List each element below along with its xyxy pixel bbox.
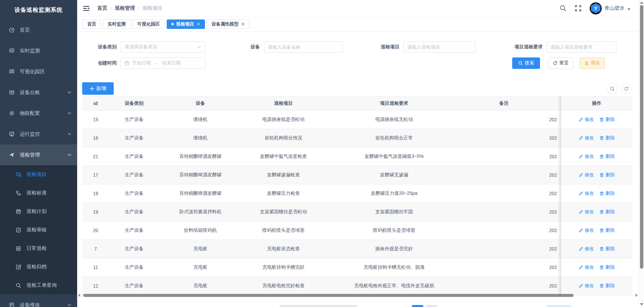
cell-operations: 修改删除 (561, 221, 632, 239)
sidebar-item-iot-config[interactable]: 物联配置 (0, 103, 77, 124)
breadcrumb-item-inspection-management[interactable]: 巡检管理 (115, 5, 135, 11)
breadcrumb-item-home[interactable]: 首页 (97, 5, 107, 11)
search-icon[interactable] (559, 5, 567, 12)
pagination-page-partial[interactable] (426, 305, 437, 307)
tab-visual-park[interactable]: 可视化园区 (132, 19, 165, 29)
tab-label: 可视化园区 (137, 21, 160, 27)
vertical-scrollbar-thumb[interactable] (640, 5, 643, 269)
sidebar-item-inspection-audit[interactable]: 巡检审核 (0, 221, 77, 239)
edit-button[interactable]: 修改 (579, 283, 594, 289)
delete-button[interactable]: 删除 (599, 117, 615, 123)
main-area: 首页 / 巡检管理 / 巡检项目 Y (77, 0, 639, 307)
sidebar-item-inspection-plan[interactable]: 巡检计划 (0, 202, 77, 221)
cell-category: 生产设备 (109, 129, 159, 147)
horizontal-scrollbar-thumb[interactable] (83, 294, 574, 297)
fullscreen-icon[interactable] (575, 5, 582, 12)
scroll-left-arrow-icon[interactable] (78, 294, 80, 297)
column-header-requirement: 项目巡检要求 (325, 97, 463, 110)
table-row: 19生产设备卧式滚筒酱菜拌料机支架紧固螺丝是否松动支架紧固螺丝牢固202修改删除 (82, 203, 632, 221)
search-button[interactable]: 搜索 (512, 57, 540, 69)
table-refresh-button[interactable] (621, 83, 632, 94)
table-row: 11生产设备充电桩充电桩挂钩卡槽完好充电桩挂钩卡槽无松动、脱落202修改删除 (82, 258, 632, 277)
pagination-jump-partial[interactable] (546, 305, 572, 307)
edit-button[interactable]: 修改 (579, 154, 594, 160)
cell-id: 21 (82, 147, 109, 166)
delete-button[interactable]: 删除 (599, 172, 615, 178)
send-icon (9, 152, 15, 158)
delete-button[interactable]: 删除 (599, 227, 615, 233)
close-icon[interactable] (241, 22, 245, 26)
delete-button[interactable]: 删除 (599, 154, 615, 160)
edit-button[interactable]: 修改 (579, 246, 594, 252)
export-button[interactable]: 导出 (580, 57, 605, 69)
edit-button[interactable]: 修改 (579, 227, 594, 233)
sidebar-item-inspection-workorder-query[interactable]: 巡检工单查询 (0, 276, 77, 295)
sidebar-item-device-maintenance[interactable]: 设备维保 (0, 295, 77, 307)
filter-requirement-label: 项目巡检要求 (506, 44, 547, 50)
reset-button-label: 重置 (559, 60, 569, 66)
scroll-up-arrow-icon[interactable] (640, 2, 643, 4)
pagination-active-page-partial[interactable] (412, 305, 423, 307)
sidebar-item-operation-monitor[interactable]: 运行监控 (0, 124, 77, 144)
sidebar-item-visual-park[interactable]: 可视化园区 (0, 61, 77, 82)
delete-button[interactable]: 删除 (599, 246, 615, 252)
delete-button-label: 删除 (605, 135, 615, 141)
user-menu[interactable]: Y 青山碧水 (590, 2, 631, 14)
edit-button[interactable]: 修改 (579, 135, 594, 141)
scroll-right-arrow-icon[interactable] (636, 294, 638, 297)
device-input[interactable] (268, 44, 339, 50)
sidebar-item-realtime-monitor[interactable]: 实时监测 (0, 40, 77, 61)
edit-button[interactable]: 修改 (579, 172, 594, 178)
sidebar-item-inspection-archive[interactable]: 巡检归档 (0, 258, 77, 276)
sidebar-item-daily-inspection[interactable]: 日常巡检 (0, 239, 77, 258)
tab-realtime-monitor[interactable]: 实时监测 (103, 19, 130, 29)
sidebar-item-device-ledger[interactable]: 设备台账 (0, 82, 77, 103)
sidebar-item-home[interactable]: 首页 (0, 19, 77, 40)
reset-button[interactable]: 重置 (548, 57, 573, 69)
add-button[interactable]: 新增 (82, 82, 114, 95)
sidebar-item-inspection-management[interactable]: 巡检管理 (0, 144, 77, 165)
park-icon (9, 69, 15, 75)
category-select[interactable]: 请选择设备类别 (121, 41, 205, 53)
tab-inspection-project[interactable]: 巡检项目 (167, 19, 205, 29)
chevron-down-icon (67, 303, 72, 307)
horizontal-scrollbar (78, 293, 638, 297)
column-header-category: 设备类别 (109, 97, 159, 110)
cell-operations: 修改删除 (561, 277, 632, 295)
edit-button[interactable]: 修改 (579, 117, 594, 123)
sidebar-item-inspection-project[interactable]: 巡检项目 (0, 165, 77, 184)
edit-button[interactable]: 修改 (579, 190, 594, 196)
pagination-partial[interactable] (279, 305, 357, 307)
requirement-input[interactable] (550, 44, 613, 50)
cell-category: 生产设备 (109, 258, 159, 276)
item-input[interactable] (407, 44, 472, 50)
delete-icon (599, 228, 604, 233)
delete-button[interactable]: 删除 (599, 209, 615, 215)
scroll-down-arrow-icon[interactable] (640, 303, 643, 305)
sidebar-item-label: 实时监测 (20, 48, 40, 54)
delete-button[interactable]: 删除 (599, 283, 615, 289)
check-square-icon (15, 227, 21, 233)
close-icon[interactable] (197, 22, 200, 26)
sidebar-collapse-icon[interactable] (83, 5, 90, 12)
content: 设备类别 请选择设备类别 设备 巡检项目 项目巡检要求 (77, 32, 639, 307)
edit-button[interactable]: 修改 (579, 264, 594, 270)
tab-home[interactable]: 首页 (83, 19, 101, 29)
gear-icon (9, 110, 15, 116)
delete-button[interactable]: 删除 (599, 190, 615, 196)
active-dot (171, 23, 174, 25)
edit-button[interactable]: 修改 (579, 209, 594, 215)
edit-button-label: 修改 (585, 190, 594, 196)
cell-remark (463, 166, 545, 184)
delete-button[interactable]: 删除 (599, 264, 615, 270)
edit-icon (579, 210, 583, 214)
add-button-label: 新增 (96, 85, 106, 92)
tab-device-attribute-model[interactable]: 设备属性模型 (207, 19, 250, 29)
cell-created: 202 (545, 147, 561, 166)
edit-button-label: 修改 (585, 283, 594, 289)
date-range-picker[interactable]: 开始日期 - 结束日期 (121, 57, 205, 69)
sidebar-item-inspection-standard[interactable]: 巡检标准 (0, 184, 77, 202)
table-search-button[interactable] (607, 83, 618, 94)
delete-button[interactable]: 删除 (599, 135, 615, 141)
cell-requirement: 插座外观是否完好 (325, 240, 463, 258)
